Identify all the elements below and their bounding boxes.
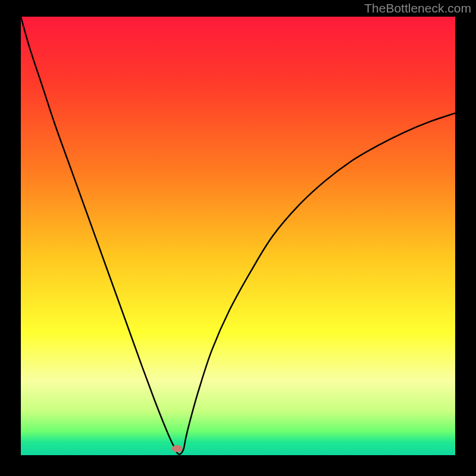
- bottleneck-chart: [0, 0, 476, 476]
- watermark-text: TheBottleneck.com: [364, 1, 471, 15]
- chart-container: TheBottleneck.com: [0, 0, 476, 476]
- optimum-marker: [172, 445, 183, 452]
- plot-background: [21, 17, 455, 455]
